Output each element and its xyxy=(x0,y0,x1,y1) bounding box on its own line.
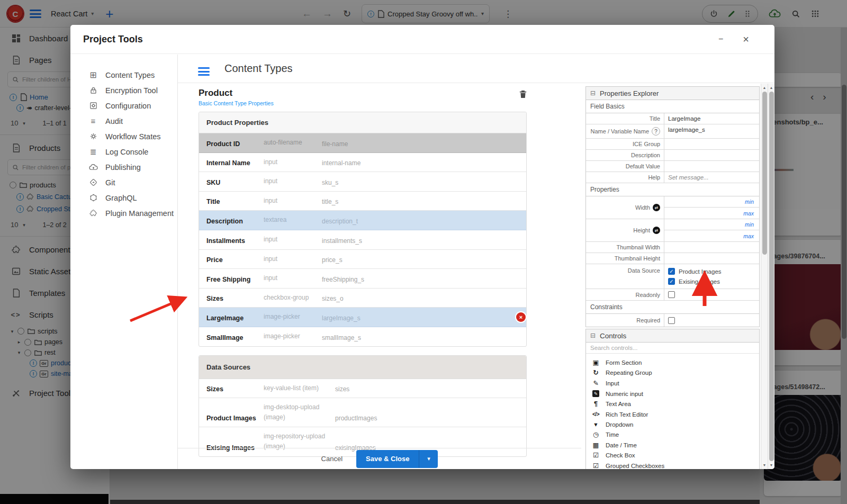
control-item[interactable]: ▦ Date / Time xyxy=(586,440,759,451)
thumbnail-width-field[interactable] xyxy=(664,242,759,253)
height-min-field[interactable]: min xyxy=(664,219,759,230)
checkbox[interactable] xyxy=(668,268,675,275)
datasource-option[interactable]: Exising Images xyxy=(668,278,720,285)
close-icon[interactable]: × xyxy=(743,33,749,46)
tools-nav: ⊞ Content Types Encryption Tool Configur… xyxy=(70,55,178,469)
control-label: Grouped Checkboxes xyxy=(606,463,664,469)
tools-nav-item[interactable]: ≣ Log Console xyxy=(70,144,177,159)
field-row[interactable]: Title input title_s xyxy=(199,192,526,211)
scrollbar-thumb[interactable] xyxy=(762,92,767,255)
scrollbar-thumb[interactable] xyxy=(769,92,774,461)
controls-search-input[interactable] xyxy=(586,343,759,354)
field-row[interactable]: Description textarea description_t xyxy=(199,211,526,230)
width-max-field[interactable]: max xyxy=(664,208,759,219)
tools-nav-item[interactable]: Encryption Tool xyxy=(70,83,177,98)
control-item[interactable]: ◷ Time xyxy=(586,430,759,440)
field-row[interactable]: Internal Name input internal-name xyxy=(199,153,526,173)
control-item[interactable]: ↻ Repeating Group xyxy=(586,368,759,379)
panel-title: Properties Explorer xyxy=(600,89,659,97)
section-label: Field Basics xyxy=(586,100,759,113)
property-row-thumbnail-width: Thumbnail Width xyxy=(586,242,759,253)
control-item[interactable]: ✎ Input xyxy=(586,378,759,389)
field-row[interactable]: SKU input sku_s xyxy=(199,172,526,192)
default-value-field[interactable] xyxy=(664,161,759,172)
rich-text-editor-icon: </> xyxy=(591,411,600,417)
control-item[interactable]: ☑ Grouped Checkboxes xyxy=(586,461,759,469)
tools-nav-label: Plugin Management xyxy=(105,209,174,218)
checkbox[interactable] xyxy=(668,278,675,285)
control-item[interactable]: ¶ Text Area xyxy=(586,399,759,410)
help-icon[interactable]: ? xyxy=(652,127,660,136)
control-label: Time xyxy=(606,431,619,438)
tools-nav-label: Publishing xyxy=(105,163,141,172)
tools-nav-item[interactable]: Configuration xyxy=(70,98,177,113)
tools-nav-item[interactable]: GraphQL xyxy=(70,190,177,205)
thumbnail-height-field[interactable] xyxy=(664,253,759,264)
ice-group-field[interactable] xyxy=(664,139,759,149)
plugin-management-icon xyxy=(88,209,98,217)
collapse-minus-icon[interactable]: ⊟ xyxy=(590,89,596,97)
property-row-title: Title LargeImage xyxy=(586,113,759,124)
property-row-thumbnail-height: Thumbnail Height xyxy=(586,253,759,264)
save-options-caret[interactable]: ▾ xyxy=(419,450,438,468)
tools-nav-label: Audit xyxy=(105,117,123,125)
field-row[interactable]: Price input price_s xyxy=(199,250,526,269)
datasource-row[interactable]: Sizes key-value-list (item) sizes xyxy=(199,379,526,399)
control-item[interactable]: ☑ Check Box xyxy=(586,451,759,461)
property-row-ice-group: ICE Group xyxy=(586,139,759,150)
control-item[interactable]: ✎ Numeric input xyxy=(586,389,759,399)
help-message-field[interactable]: Set message... xyxy=(664,172,759,183)
grouped-checkboxes-icon: ☑ xyxy=(591,463,600,470)
tools-nav-item[interactable]: Publishing xyxy=(70,159,177,175)
control-item[interactable]: ▣ Form Section xyxy=(586,357,759,368)
log-console-icon: ≣ xyxy=(88,148,98,156)
content-scrollbar[interactable]: ▲ ▼ xyxy=(768,84,774,469)
tools-nav-item[interactable]: Workflow States xyxy=(70,129,177,144)
height-max-field[interactable]: max xyxy=(664,230,759,241)
tools-nav-item[interactable]: ⊞ Content Types xyxy=(70,67,177,83)
control-label: Form Section xyxy=(606,359,642,366)
delete-field-icon[interactable]: × xyxy=(516,312,526,322)
field-row[interactable]: Sizes checkbox-group sizes_o xyxy=(199,289,526,308)
title-value-field[interactable]: LargeImage xyxy=(664,113,759,124)
field-row[interactable]: Product ID auto-filename file-name xyxy=(199,133,526,153)
control-item[interactable]: </> Rich Text Editor xyxy=(586,409,759,419)
control-label: Rich Text Editor xyxy=(606,411,648,418)
datasource-row[interactable]: Product Images img-desktop-upload (image… xyxy=(199,398,526,427)
save-close-button[interactable]: Save & Close xyxy=(356,450,419,468)
tools-nav-item[interactable]: Git xyxy=(70,175,177,190)
control-item[interactable]: ▾ Dropdown xyxy=(586,419,759,430)
delete-content-type-icon[interactable] xyxy=(519,90,527,101)
required-checkbox[interactable] xyxy=(668,317,675,324)
variable-name-field[interactable]: largeImage_s xyxy=(664,124,759,138)
field-row[interactable]: LargeImage image-picker largeImage_s × xyxy=(199,308,526,327)
collapse-minus-icon[interactable]: ⊟ xyxy=(590,332,596,339)
menu-icon[interactable] xyxy=(198,61,210,76)
width-min-field[interactable]: min xyxy=(664,196,759,208)
panel-scrollbar[interactable]: ▲ ▼ xyxy=(761,84,768,469)
section-label: Properties xyxy=(586,183,759,196)
height-constraint-icon: ⇄ xyxy=(653,227,660,234)
minimize-icon[interactable]: − xyxy=(718,34,723,44)
basic-properties-link[interactable]: Basic Content Type Properties xyxy=(199,100,274,106)
property-row-readonly: Readonly xyxy=(586,289,759,301)
content-type-name: Product xyxy=(199,88,274,98)
tools-nav-item[interactable]: Plugin Management xyxy=(70,205,177,221)
text-area-icon: ¶ xyxy=(591,401,600,408)
repeating-group-icon: ↻ xyxy=(591,370,600,376)
tools-nav-item[interactable]: ≡ Audit xyxy=(70,113,177,129)
field-row[interactable]: Installments input installments_s xyxy=(199,230,526,250)
controls-panel: ⊟ Controls ▣ Form Section xyxy=(585,329,760,469)
cancel-button[interactable]: Cancel xyxy=(321,455,343,463)
property-row-help: Help Set message... xyxy=(586,172,759,183)
properties-sidebar: ⊟ Properties Explorer Field Basics Title… xyxy=(581,84,761,469)
datasource-option[interactable]: Product Images xyxy=(668,268,722,275)
field-row[interactable]: Free Shipping input freeShipping_s xyxy=(199,269,526,289)
description-field[interactable] xyxy=(664,150,759,160)
control-label: Repeating Group xyxy=(606,370,652,376)
configuration-icon xyxy=(88,102,98,110)
field-row[interactable]: SmallImage image-picker smallImage_s xyxy=(199,327,526,346)
readonly-checkbox[interactable] xyxy=(668,291,675,298)
data-sources-table: Data Sources Sizes key-value-list (item)… xyxy=(199,355,527,457)
dialog-footer: Cancel Save & Close ▾ xyxy=(178,448,581,469)
